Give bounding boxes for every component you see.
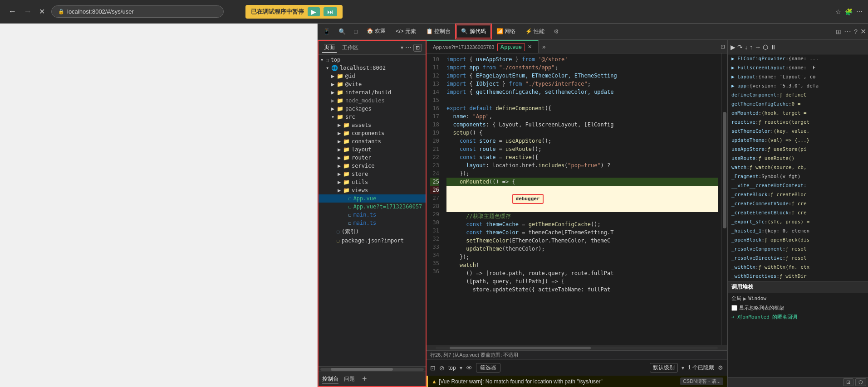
tree-item-index[interactable]: ◻ (索引): [319, 227, 426, 237]
ignored-checkbox[interactable]: [731, 305, 737, 311]
deactivate-btn[interactable]: ⬡: [763, 44, 768, 51]
tree-item-utils[interactable]: ▶ 📁 utils: [319, 178, 426, 186]
scope-entry-24[interactable]: _withCtx: ƒ withCtx(fn, ctx: [728, 263, 868, 272]
anonymous-callback-link[interactable]: → 对onMounted 的匿名回调: [728, 312, 868, 322]
tree-item-id[interactable]: ▶ 📁 @id: [319, 72, 426, 80]
add-tab-btn[interactable]: +: [362, 374, 367, 384]
tree-item-nodemodules[interactable]: ▶ 📁 node_modules: [319, 97, 426, 105]
code-tab-active[interactable]: App.vue?t=1713236005783 App.vue ✕: [427, 40, 539, 53]
tree-item-maints2[interactable]: ◻ main.ts: [319, 219, 426, 227]
scope-entry-20[interactable]: _hoisted_1: {key: 0, elemen: [728, 227, 868, 236]
more-button[interactable]: ⋯: [856, 8, 863, 15]
issues-tab-btn[interactable]: 问题: [344, 375, 355, 383]
pause-exceptions-btn[interactable]: ⏸: [770, 44, 776, 51]
tree-item-layout[interactable]: ▶ 📁 layout: [319, 145, 426, 154]
scope-entry-9[interactable]: setThemeColor: (key, value,: [728, 127, 868, 136]
tree-item-views[interactable]: ▶ 📁 views: [319, 186, 426, 194]
code-scrollbar[interactable]: [721, 53, 727, 345]
scope-entry-18[interactable]: _createElementBlock: ƒ cre: [728, 208, 868, 218]
step-out-btn[interactable]: ↑: [750, 44, 753, 51]
eye-btn[interactable]: 👁: [466, 364, 472, 372]
tab-welcome[interactable]: 🏠 欢迎: [362, 24, 390, 39]
scope-entry-4[interactable]: ▶ app: {version: '5.3.0', defa: [728, 82, 868, 91]
tree-item-components[interactable]: ▶ 📁 components: [319, 129, 426, 137]
forward-button[interactable]: →: [21, 6, 34, 17]
tree-item-src[interactable]: ▾ 📁 src: [319, 113, 426, 121]
tree-item-assets[interactable]: ▶ 📁 assets: [319, 121, 426, 129]
tab-elements[interactable]: </> 元素: [391, 25, 421, 38]
scope-entry-8[interactable]: reactive: ƒ reactive(target: [728, 118, 868, 127]
sync-button[interactable]: ⊡: [413, 44, 422, 52]
code-action-1[interactable]: ⊡: [721, 44, 725, 50]
scope-entry-23[interactable]: _resolveDirective: ƒ resol: [728, 254, 868, 263]
star-button[interactable]: ☆: [835, 8, 841, 15]
tab-device[interactable]: 📱: [319, 26, 334, 37]
scope-entry-17[interactable]: _createCommentVNode: ƒ cre: [728, 199, 868, 208]
resume-debug-btn[interactable]: ▶: [731, 44, 736, 51]
scope-entry-11[interactable]: useAppStore: ƒ useStore(pi: [728, 145, 868, 154]
show-ignored-checkbox[interactable]: 显示忽略列表的框架: [728, 304, 868, 312]
tree-item-package[interactable]: ◻ package.json?import: [319, 237, 426, 245]
tree-item-packages[interactable]: ▶ 📁 packages: [319, 105, 426, 113]
close-devtools-button[interactable]: ✕: [860, 27, 866, 36]
tree-item-appvue-query[interactable]: ◻ App.vue?t=17132360057: [319, 203, 426, 211]
help-button[interactable]: ?: [854, 28, 858, 35]
step-button[interactable]: ⏭: [324, 7, 337, 16]
resume-button[interactable]: ▶: [308, 7, 320, 16]
tab-network[interactable]: 📶 网络: [492, 25, 520, 38]
scope-entry-6[interactable]: getThemeConfigCache: 0 =: [728, 100, 868, 109]
step-over-btn[interactable]: ↷: [737, 44, 743, 51]
scope-entry-21[interactable]: _openBlock: ƒ openBlock(dis: [728, 236, 868, 245]
tab-console[interactable]: 📋 控制台: [422, 25, 455, 38]
code-hscroll[interactable]: [427, 345, 727, 350]
more-tabs-button[interactable]: ⋯: [844, 27, 851, 36]
tree-item-top[interactable]: ▾ □ top: [319, 56, 426, 64]
scope-entry-15[interactable]: __vite__createHotContext:: [728, 181, 868, 190]
tree-item-vite[interactable]: ▶ 📁 @vite: [319, 80, 426, 88]
close-button[interactable]: ✕: [36, 6, 48, 17]
tree-item-internal[interactable]: ▶ 📁 internal/build: [319, 88, 426, 97]
expand-scope-btn[interactable]: ⬡: [855, 378, 866, 386]
scope-entry-5[interactable]: defineComponent: ƒ defineC: [728, 91, 868, 100]
back-button[interactable]: ←: [5, 6, 19, 17]
tree-item-host[interactable]: ▾ 🌐 localhost:8002: [319, 64, 426, 72]
pin-button[interactable]: ⊞: [836, 28, 841, 35]
tab-inspect[interactable]: 🔍: [335, 26, 349, 37]
scope-entry-7[interactable]: onMounted: (hook, target =: [728, 109, 868, 118]
tab-workspace[interactable]: 工作区: [340, 43, 360, 53]
code-editor[interactable]: import { useAppStore } from '@/store' im…: [443, 53, 721, 345]
scope-entry-1[interactable]: ▶ ElConfigProvider: {name: ...: [728, 54, 868, 63]
tree-item-service[interactable]: ▶ 📁 service: [319, 162, 426, 170]
scope-entry-14[interactable]: _Fragment: Symbol(v-fgt): [728, 172, 868, 181]
scope-entry-19[interactable]: _export_sfc: (sfc, props) =: [728, 218, 868, 227]
step-into-btn[interactable]: ↓: [745, 44, 748, 51]
tree-item-maints1[interactable]: ◻ main.ts: [319, 211, 426, 219]
file-tree-scrollbar[interactable]: [319, 366, 426, 372]
tab-performance[interactable]: ⚡ 性能: [521, 25, 549, 38]
tab-page[interactable]: 页面: [322, 43, 337, 53]
address-bar[interactable]: 🔒 localhost:8002/#/sys/user: [51, 5, 224, 18]
scope-entry-10[interactable]: updateTheme: (val) => {...}: [728, 136, 868, 145]
scope-entry-16[interactable]: _createBlock: ƒ createBloc: [728, 190, 868, 199]
tree-item-constants[interactable]: ▶ 📁 constants: [319, 137, 426, 145]
scope-entry-2[interactable]: ▶ FullscreenLayout: {name: 'F: [728, 63, 868, 73]
copy-btn[interactable]: ⊡: [843, 378, 853, 386]
more-code-tabs-btn[interactable]: »: [539, 41, 549, 52]
tree-item-store[interactable]: ▶ 📁 store: [319, 170, 426, 178]
scope-entry-25[interactable]: _withDirectives: ƒ withDir: [728, 272, 868, 281]
tree-item-appvue[interactable]: ◻ App.vue: [319, 194, 426, 203]
tab-sources[interactable]: 🔍 源代码: [456, 24, 490, 39]
top-dropdown-btn[interactable]: ▾: [460, 365, 462, 371]
console-screen-btn[interactable]: ⊡: [430, 364, 436, 372]
tree-item-router[interactable]: ▶ 📁 router: [319, 154, 426, 162]
level-dropdown-btn[interactable]: ▾: [682, 365, 684, 371]
scope-entry-12[interactable]: useRoute: ƒ useRoute(): [728, 154, 868, 163]
step-btn[interactable]: →: [755, 44, 761, 51]
console-block-btn[interactable]: ⊘: [439, 364, 445, 372]
expand-icon[interactable]: ▾: [401, 44, 403, 52]
settings-console-btn[interactable]: ⚙: [718, 364, 723, 371]
tab-close-x[interactable]: ✕: [528, 44, 532, 50]
scope-entry-3[interactable]: ▶ Layout: {name: 'Layout', co: [728, 73, 868, 82]
extension-button[interactable]: 🧩: [845, 8, 853, 15]
console-tab-btn[interactable]: 控制台: [322, 375, 338, 383]
